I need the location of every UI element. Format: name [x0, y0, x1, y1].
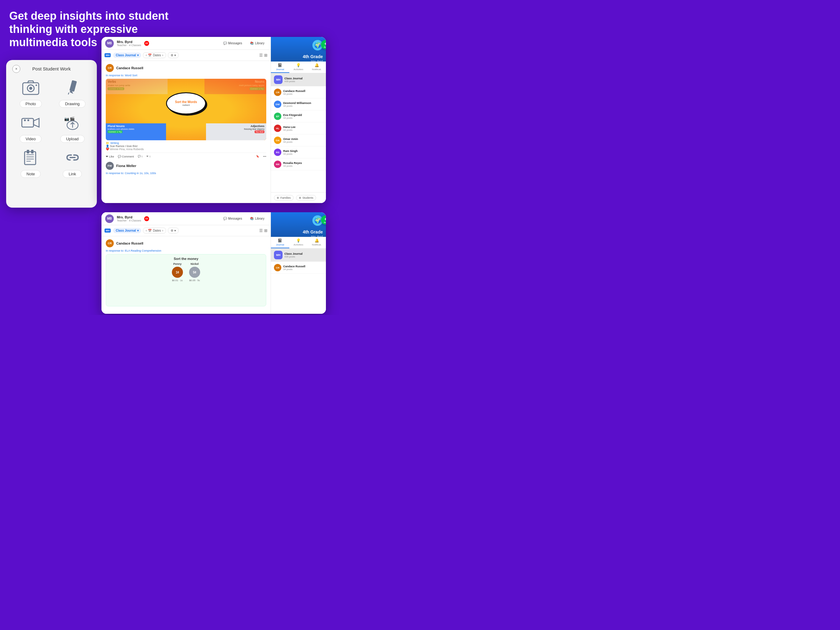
students-btn[interactable]: ⊕ Students	[296, 195, 316, 201]
app-main-2: MB Mrs. Byrd Teacher · 4 Classes 22 💬 Me…	[101, 212, 271, 314]
filter-bar-1: MH Class Journal ▾ ‹ 📅 Dates › ⚙ ▾ ☰ ⊞	[101, 50, 271, 61]
drawing-icon	[60, 78, 85, 98]
post-avatar-3: CR	[106, 239, 114, 247]
teacher-sub: Teacher · 4 Classes	[117, 44, 141, 47]
hana-avatar: HL	[274, 125, 281, 132]
drawing-label: Drawing	[59, 100, 85, 108]
list-view-btn[interactable]: ☰	[259, 53, 263, 57]
tab-notif-2[interactable]: 🔔 Notificat.	[308, 237, 326, 248]
grade-teacher: Mrs. Byrd	[311, 60, 323, 63]
list-view-btn-2[interactable]: ☰	[259, 228, 263, 233]
grid-view-btn[interactable]: ⊞	[264, 53, 267, 57]
sidebar-candace-2[interactable]: CR Candace Russell 34 posts	[271, 262, 326, 274]
money-row: Penny 1¢ $0.01 · 1c Nickel 5¢ $0.05 · 5c	[172, 263, 200, 282]
post-avatar-candace: CR	[106, 64, 114, 72]
svg-rect-21	[31, 150, 33, 154]
dates-filter-2[interactable]: ‹ 📅 Dates ›	[143, 228, 166, 233]
post-meta-1: 📁 Writing	[106, 141, 266, 144]
note-label: Note	[21, 170, 41, 178]
app-topbar-2: MB Mrs. Byrd Teacher · 4 Classes 22 💬 Me…	[101, 212, 271, 225]
modal-item-photo[interactable]: Photo	[12, 78, 49, 108]
teacher-info: Mrs. Byrd Teacher · 4 Classes	[117, 40, 141, 47]
post-comment-1: 👤 Sue Ramos I love this!	[106, 144, 266, 148]
svg-point-3	[35, 85, 37, 86]
families-btn[interactable]: ⊕ Families	[274, 195, 294, 201]
tab-journal-2[interactable]: 📓 Journal	[271, 237, 289, 248]
filter-btn[interactable]: ⚙ ▾	[168, 52, 178, 58]
like-btn[interactable]: ❤ Like	[106, 155, 114, 158]
modal-header: × Post Student Work	[12, 66, 91, 71]
messages-btn[interactable]: 💬 Messages	[221, 40, 245, 46]
video-label: Video	[20, 135, 41, 143]
bookmark-btn[interactable]: 🔖	[256, 155, 259, 158]
tab-journal[interactable]: 📓 Journal	[271, 62, 289, 73]
notif-tab-icon: 🔔	[314, 63, 319, 67]
desmond-avatar: DW	[274, 101, 281, 108]
modal-item-drawing[interactable]: Drawing	[54, 78, 91, 108]
library-btn-2[interactable]: 📚 Library	[248, 216, 267, 222]
post-likes-1: ❤️ Winnie Pina, Anna Roberds	[106, 148, 266, 151]
tab-notifications[interactable]: 🔔 Notificat.	[308, 62, 326, 73]
comment-btn[interactable]: 💬 Comment	[118, 155, 134, 158]
nickel-coin: 5¢	[189, 267, 200, 278]
modal-item-note[interactable]: Note	[12, 148, 49, 178]
mh-logo: MH	[104, 53, 111, 57]
post-header-3: CR Candace Russell	[106, 239, 266, 247]
sidebar-list-2: MH Class Journal 435 posts CR Candace Ru…	[271, 249, 326, 314]
svg-point-10	[27, 119, 29, 121]
journal-select-2[interactable]: Class Journal ▾	[113, 228, 141, 233]
sidebar-class-journal-2[interactable]: MH Class Journal 435 posts	[271, 249, 326, 262]
svg-rect-20	[27, 150, 29, 154]
sidebar-item-omar[interactable]: OA Omar Amin 34 posts	[271, 135, 326, 146]
photo-label: Photo	[20, 100, 42, 108]
tab-activities[interactable]: 💡 Activities	[289, 62, 308, 73]
app-sidebar-1: 🌍 4th Grade Mrs. Byrd + Add 📓 Journal 💡 …	[271, 37, 326, 203]
dates-filter[interactable]: ‹ 📅 Dates ›	[143, 52, 166, 58]
modal-item-link[interactable]: Link	[54, 148, 91, 178]
nickel-col: Nickel 5¢ $0.05 · 5c	[189, 263, 200, 282]
notification-badge-2: 22	[144, 216, 149, 221]
omar-avatar: OA	[274, 136, 281, 144]
class-journal-info: Class Journal 435 posts	[284, 77, 303, 83]
link-label: Link	[63, 170, 82, 178]
app-topbar-1: MB Mrs. Byrd Teacher · 4 Classes 22 💬 Me…	[101, 37, 271, 50]
teacher-info-2: Mrs. Byrd Teacher · 4 Classes	[117, 215, 141, 222]
post-header-1: CR Candace Russell	[106, 64, 266, 72]
sidebar-item-candace[interactable]: CR Candace Russell 34 posts	[271, 86, 326, 98]
sidebar-add-row: ⊕ Families ⊕ Students	[271, 192, 326, 203]
sidebar-item-rosalia[interactable]: RR Rosalia Reyes 34 posts	[271, 158, 326, 171]
sidebar-item-ram[interactable]: RS Ram Singh 34 posts	[271, 146, 326, 158]
tab-activities-2[interactable]: 💡 Activities	[289, 237, 308, 248]
journal-tab-icon: 📓	[278, 63, 282, 67]
filter-btn-2[interactable]: ⚙▾	[168, 228, 178, 233]
like-count: ❤ 1	[146, 155, 151, 158]
grid-view-btn-2[interactable]: ⊞	[264, 228, 267, 233]
messages-btn-2[interactable]: 💬 Messages	[221, 216, 245, 222]
sort-words-activity: Verbs shake run jump write Correct: 4 Tr…	[106, 79, 266, 140]
sidebar-item-hana[interactable]: HL Hana Lee 34 posts	[271, 122, 326, 135]
sidebar-item-desmond[interactable]: DW Desmond Williamson 34 posts	[271, 98, 326, 111]
journal-select[interactable]: Class Journal ▾	[113, 52, 141, 58]
library-btn[interactable]: 📚 Library	[248, 40, 267, 46]
mh-logo-2: MH	[104, 229, 111, 233]
svg-line-6	[68, 93, 69, 95]
link-icon	[60, 148, 85, 168]
post-student-work-modal: × Post Student Work Photo	[6, 60, 97, 207]
modal-close-button[interactable]: ×	[12, 65, 20, 73]
post-name-3: Candace Russell	[116, 242, 143, 245]
photo-icon	[19, 78, 43, 98]
adjectives-section: Adjectives freezing blue slippery Too fe…	[206, 123, 266, 140]
sidebar-header-2: 🌍 4th Grade Mrs. Byrd	[271, 212, 326, 237]
sidebar-item-class-journal[interactable]: MH Class Journal 435 posts	[271, 73, 326, 86]
more-btn[interactable]: •••	[263, 155, 266, 158]
sidebar-list: MH Class Journal 435 posts CR Candace Ru…	[271, 73, 326, 192]
modal-item-upload[interactable]: 📷 🎬 Upload	[54, 112, 91, 143]
teacher-avatar-2: MB	[105, 214, 114, 223]
sidebar-item-eva[interactable]: EF Eva Fitzgerald 34 posts	[271, 111, 326, 122]
modal-item-video[interactable]: Video	[12, 112, 49, 143]
activities-tab-icon: 💡	[296, 63, 301, 67]
app-sidebar-2: 🌍 4th Grade Mrs. Byrd + Add 📓 Journal 💡 …	[271, 212, 326, 314]
modal-title: Post Student Work	[32, 66, 71, 71]
grade-title-2: 4th Grade	[303, 230, 323, 234]
sort-money-activity: Sort the money Penny 1¢ $0.01 · 1c Nicke…	[106, 254, 266, 306]
